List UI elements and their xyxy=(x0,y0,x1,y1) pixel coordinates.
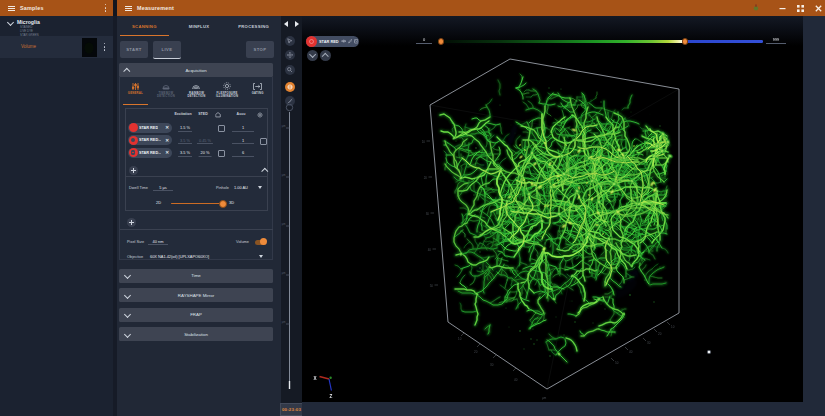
gear-icon[interactable] xyxy=(257,112,263,118)
accu-value[interactable]: 1 xyxy=(232,138,254,145)
accu-value[interactable]: 1 xyxy=(232,125,254,132)
colorbar-gradient[interactable] xyxy=(436,40,763,43)
subtab-timebow-detection[interactable]: TIMEBOWDETECTION xyxy=(151,79,182,105)
measurement-menu-icon[interactable] xyxy=(125,6,132,11)
subtab-label: RAINBOWDETECTION xyxy=(188,92,206,100)
axis-z-label: Z xyxy=(330,394,333,399)
live-button[interactable]: LIVE xyxy=(153,41,181,59)
minimize-button[interactable] xyxy=(779,5,786,12)
samples-kebab-menu[interactable] xyxy=(104,4,107,13)
timebow-icon xyxy=(162,82,170,90)
pinhole-value[interactable]: 1.00 AU xyxy=(234,185,248,190)
image-viewer[interactable]: 10 20 30 40 50 10 20 30 40 µm 10 20 30 xyxy=(302,16,803,402)
excitation-value[interactable]: 3.5 % xyxy=(178,150,192,157)
pinhole-dropdown-icon[interactable] xyxy=(258,186,262,189)
detector-checkbox[interactable] xyxy=(218,150,225,157)
stabilization-section-header[interactable]: Stabilization xyxy=(119,327,273,341)
scale-tick-label: 20 xyxy=(474,350,478,354)
maximize-button[interactable] xyxy=(797,5,804,12)
remove-channel-icon[interactable]: ✕ xyxy=(165,138,169,143)
gating-icon xyxy=(253,82,262,90)
samples-menu-icon[interactable] xyxy=(8,6,15,11)
edit-icon[interactable] xyxy=(348,39,353,44)
colorbar-upper-handle[interactable] xyxy=(682,38,688,44)
viewer-channel-chip[interactable]: STAR RED xyxy=(306,36,359,47)
sted-value[interactable]: 0.45 % xyxy=(197,138,213,145)
accu-value[interactable]: 6 xyxy=(232,150,254,157)
colorbar-min-value[interactable]: 0 xyxy=(416,37,432,44)
time-section-header[interactable]: Time xyxy=(119,269,273,283)
zoom-tick-label: 20 µm xyxy=(281,173,285,177)
frap-section-header[interactable]: FRAP xyxy=(119,308,273,322)
rayshape-mirror-section-header[interactable]: RAYSHAPE Mirror xyxy=(119,288,273,302)
gate-checkbox[interactable] xyxy=(260,138,267,145)
collapse-panel-icon[interactable] xyxy=(284,21,288,27)
dye-chip[interactable]: STAR RED... ✕ xyxy=(128,148,172,158)
expand-panel-icon[interactable] xyxy=(295,21,299,27)
pan-tool-button[interactable] xyxy=(285,50,295,60)
divider xyxy=(126,176,268,177)
colorbar-lower-handle[interactable] xyxy=(438,38,444,44)
pixel-size-label: Pixel Size xyxy=(127,239,144,244)
channel-name: STAR RED xyxy=(319,39,339,44)
mode-slider-handle[interactable] xyxy=(219,200,227,208)
zoom-tick-label: 50 µm xyxy=(281,124,285,128)
tab-label: MINFLUX xyxy=(189,24,210,29)
objective-dropdown-icon[interactable] xyxy=(259,255,263,258)
measurement-tabs: SCANNING MINFLUX PROCESSING xyxy=(117,18,281,35)
tab-scanning[interactable]: SCANNING xyxy=(117,18,172,35)
scale-tick-label: 40 xyxy=(629,350,633,354)
subtab-flexposure-illumination[interactable]: FLEXPOSUREILLUMINATION xyxy=(212,79,243,105)
objective-value[interactable]: 60X NA1.42(oil) [UPLXAPO60XO] xyxy=(150,254,209,259)
volume-render-3d[interactable]: 10 20 30 40 50 10 20 30 40 µm 10 20 30 xyxy=(302,16,803,402)
visibility-icon[interactable] xyxy=(341,39,347,43)
volume-toggle[interactable] xyxy=(255,240,266,245)
tab-processing[interactable]: PROCESSING xyxy=(226,18,281,35)
channel-row: STAR RED... ✕ 3.5 % 20 % 6 xyxy=(128,148,267,160)
start-button[interactable]: START xyxy=(120,41,148,58)
titlebar: Samples Measurement xyxy=(0,0,825,16)
scale-tick-label: 30 xyxy=(426,212,430,216)
samples-panel: Microglia STAINED LIVE DYE STAR GREEN Vo… xyxy=(0,16,113,416)
mode-2d-label: 2D xyxy=(156,200,161,205)
sted-value[interactable]: 20 % xyxy=(199,150,212,157)
dye-chip[interactable]: STAR RED... ✕ xyxy=(128,135,172,145)
acquisition-body: GENERAL TIMEBOWDETECTION RAINBOWDETECTIO… xyxy=(119,77,273,260)
stop-button[interactable]: STOP xyxy=(246,41,274,58)
detector-icon xyxy=(215,112,221,118)
tab-minflux[interactable]: MINFLUX xyxy=(172,18,227,35)
detector-checkbox[interactable] xyxy=(218,125,225,132)
next-channel-button[interactable] xyxy=(320,50,331,61)
button-label: LIVE xyxy=(162,47,173,52)
channel-chip-icons xyxy=(341,39,359,44)
bright-particle-core xyxy=(708,351,710,353)
dwell-time-value[interactable]: 5 µs xyxy=(153,185,173,192)
excitation-value[interactable]: 1.5 % xyxy=(178,125,192,132)
scale-tick-label: 50 xyxy=(615,361,619,365)
sample-details: STAINED LIVE DYE STAR GREEN xyxy=(20,25,39,37)
collapse-table-icon[interactable] xyxy=(261,168,268,175)
zoom-scale-slider[interactable]: 50 µm 20 µm 10 µm 5 µm 2 µm xyxy=(281,104,302,394)
subtab-rainbow-detection[interactable]: RAINBOWDETECTION xyxy=(181,79,212,105)
remove-channel-icon[interactable]: ✕ xyxy=(165,150,169,155)
dye-chip[interactable]: STAR RED ✕ xyxy=(128,123,172,133)
subtab-gating[interactable]: GATING xyxy=(242,79,273,105)
sample-item-kebab-menu[interactable] xyxy=(103,43,106,52)
add-channel-button[interactable] xyxy=(129,166,138,175)
remove-channel-icon[interactable]: ✕ xyxy=(165,125,169,130)
rotate-3d-tool-button[interactable] xyxy=(285,82,295,92)
add-configuration-button[interactable] xyxy=(127,218,136,227)
acquisition-section-header[interactable]: Acquisition xyxy=(119,63,273,77)
mode-slider-track[interactable] xyxy=(171,203,225,205)
close-button[interactable] xyxy=(815,5,822,12)
pixel-size-value[interactable]: 40 nm xyxy=(148,239,168,246)
excitation-value[interactable]: 3.5 % xyxy=(178,138,192,145)
zoom-tool-button[interactable] xyxy=(285,65,295,75)
lut-icon[interactable] xyxy=(354,39,359,44)
previous-channel-button[interactable] xyxy=(307,50,318,61)
subtab-general[interactable]: GENERAL xyxy=(120,79,151,105)
colorbar-max-value[interactable]: 999 xyxy=(766,37,786,44)
sample-item-volume[interactable]: Volume xyxy=(0,36,113,58)
pointer-tool-button[interactable] xyxy=(285,36,295,46)
subtab-label: GENERAL xyxy=(128,92,143,96)
